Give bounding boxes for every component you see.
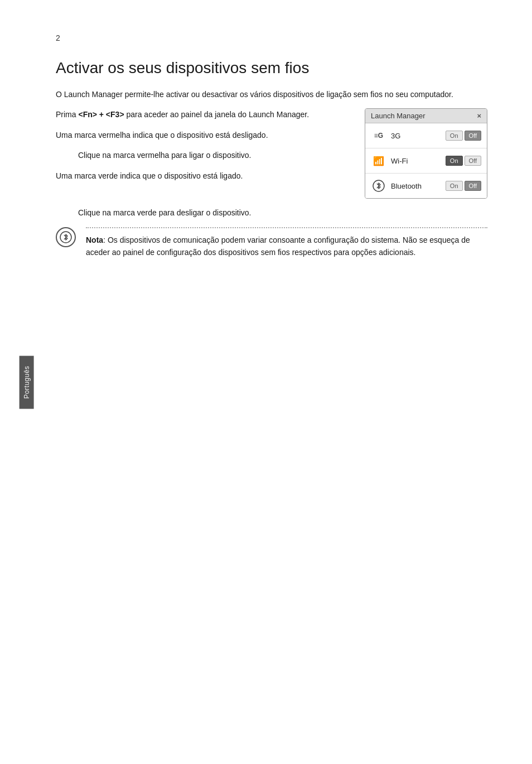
launch-manager-window: Launch Manager × ≡G 3G On Off xyxy=(365,108,487,199)
red-mark-paragraph: Uma marca vermelha indica que o disposit… xyxy=(56,129,348,141)
device-row-3g: ≡G 3G On Off xyxy=(365,123,487,148)
note-section: Nota: Os dispositivos de comunicação pod… xyxy=(56,227,487,259)
bluetooth-on-button[interactable]: On xyxy=(446,181,463,191)
device-name-3g: 3G xyxy=(391,132,441,140)
device-name-wifi: Wi-Fi xyxy=(391,157,441,165)
green-mark-paragraph: Uma marca verde indica que o dispositivo… xyxy=(56,170,348,182)
note-body: : Os dispositivos de comunicação podem v… xyxy=(86,236,470,257)
instruction-paragraph: Prima <Fn> + <F3> Prima <Fn> + <F3> para… xyxy=(56,108,348,121)
close-button[interactable]: × xyxy=(477,112,481,119)
note-icon xyxy=(56,227,76,247)
bluetooth-off-button[interactable]: Off xyxy=(465,181,481,191)
text-column: Prima <Fn> + <F3> Prima <Fn> + <F3> para… xyxy=(56,108,348,190)
3g-off-button[interactable]: Off xyxy=(465,131,481,141)
note-text: Nota: Os dispositivos de comunicação pod… xyxy=(86,234,487,259)
toggle-group-wifi: On Off xyxy=(446,156,481,166)
sidebar-tab: Português xyxy=(20,355,34,409)
intro-paragraph: O Launch Manager permite-lhe activar ou … xyxy=(56,88,487,100)
note-content: Nota: Os dispositivos de comunicação pod… xyxy=(86,227,487,259)
toggle-group-bluetooth: On Off xyxy=(446,181,481,191)
launch-manager-dialog: Launch Manager × ≡G 3G On Off xyxy=(365,108,487,199)
device-row-bluetooth: Bluetooth On Off xyxy=(365,174,487,198)
sidebar-label: Português xyxy=(23,366,31,398)
click-red-paragraph: Clique na marca vermelha para ligar o di… xyxy=(78,149,348,161)
device-name-bluetooth: Bluetooth xyxy=(391,182,441,190)
title-bar: Launch Manager × xyxy=(365,109,487,123)
dialog-title: Launch Manager xyxy=(371,112,425,120)
wifi-off-button[interactable]: Off xyxy=(465,156,481,166)
note-label: Nota xyxy=(86,236,103,244)
click-green-paragraph: Clique na marca verde para desligar o di… xyxy=(78,206,487,219)
3g-on-button[interactable]: On xyxy=(446,131,463,141)
page-container: Português 2 Activar os seus dispositivos… xyxy=(0,0,532,764)
wifi-on-button[interactable]: On xyxy=(446,156,463,166)
note-icon-container xyxy=(56,227,78,259)
page-title: Activar os seus dispositivos sem fios xyxy=(56,59,487,77)
device-row-wifi: 📶 Wi-Fi On Off xyxy=(365,148,487,174)
toggle-group-3g: On Off xyxy=(446,131,481,141)
wifi-icon: 📶 xyxy=(371,153,386,169)
3g-icon: ≡G xyxy=(371,128,386,143)
bluetooth-icon xyxy=(371,178,386,194)
page-number: 2 xyxy=(56,33,487,42)
content-with-dialog: Prima <Fn> + <F3> Prima <Fn> + <F3> para… xyxy=(56,108,487,199)
